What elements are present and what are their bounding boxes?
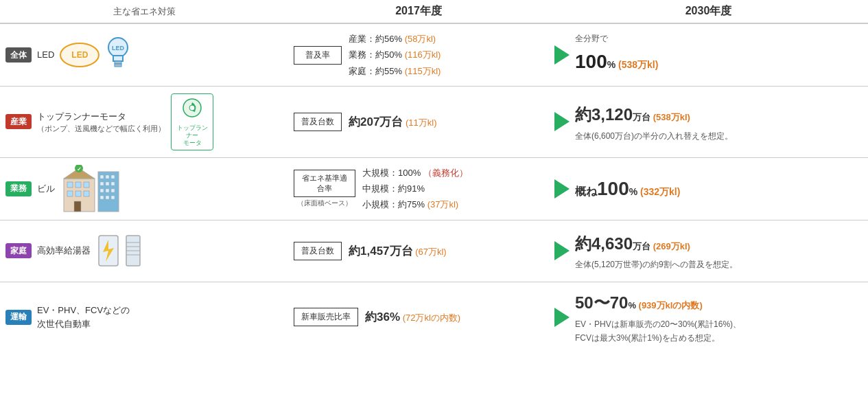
svg-rect-11 [84, 182, 89, 188]
svg-rect-15 [74, 201, 81, 212]
value-2030-all: 全分野で 100% (538万kl) [549, 24, 868, 86]
value-2030-text-transport: 50〜70% (939万klの内数) EV・PHVは新車販売の20〜30%(累計… [575, 289, 741, 346]
label-text-transport: EV・PHV、FCVなどの 次世代自動車 [37, 304, 130, 330]
box-label-industry: 普及台数 [294, 113, 342, 131]
svg-point-6 [189, 105, 195, 111]
svg-rect-9 [67, 182, 73, 188]
label-main-business: ビル [37, 182, 55, 196]
arrow-transport [554, 308, 570, 327]
svg-rect-3 [115, 64, 121, 67]
motor-icon: トップランナーモータ [171, 93, 213, 150]
led-bulb-icon: LED [104, 35, 132, 75]
value-2017-text-business: 大規模：100% （義務化） 中規模：約91% 小規模：約75% (37万kl) [362, 165, 468, 213]
svg-rect-24 [111, 182, 115, 185]
value-2030-industry: 約3,120万台 (538万kl) 全体(6,600万台)の半分の入れ替えを想定… [549, 87, 868, 157]
value-2017-text-all: 産業：約56% (58万kl) 業務：約50% (116万kl) 家庭：約55%… [349, 31, 441, 79]
svg-rect-20 [106, 175, 109, 179]
value-2030-text-industry: 約3,120万台 (538万kl) 全体(6,600万台)の半分の入れ替えを想定… [575, 101, 733, 143]
value-2030-text-home: 約4,630万台 (269万kl) 全体(5,120万世帯)の約9割への普及を想… [575, 230, 738, 272]
box-label-all: 普及率 [294, 46, 342, 65]
value-2030-text-business: 概ね100% (332万kl) [575, 172, 680, 205]
value-2030-home: 約4,630万台 (269万kl) 全体(5,120万世帯)の約9割への普及を想… [549, 220, 868, 282]
value-2017-industry: 普及台数 約207万台 (11万kl) [288, 87, 549, 157]
badge-all: 全体 [5, 47, 32, 63]
box-label-business-wrap: 省エネ基準適合率 （床面積ベース） [294, 170, 355, 208]
svg-text:LED: LED [112, 45, 125, 52]
led-oval-icon: LED [60, 43, 99, 67]
svg-rect-13 [75, 191, 81, 196]
arrow-all [554, 45, 570, 65]
header-col2: 2017年度 [288, 4, 549, 19]
svg-rect-30 [111, 196, 115, 199]
label-main-home: 高効率給湯器 [37, 244, 91, 258]
arrow-industry [554, 112, 570, 131]
arrow-home [554, 241, 570, 260]
svg-rect-21 [111, 175, 115, 179]
svg-rect-27 [111, 189, 115, 192]
svg-rect-22 [100, 182, 104, 185]
value-2017-text-transport: 約36% (72万klの内数) [365, 308, 460, 326]
svg-rect-23 [106, 182, 109, 185]
value-2030-transport: 50〜70% (939万klの内数) EV・PHVは新車販売の20〜30%(累計… [549, 282, 868, 352]
table-header: 主な省エネ対策 2017年度 2030年度 [0, 0, 868, 24]
box-label-transport: 新車販売比率 [294, 308, 358, 326]
row-transport: 運輸 EV・PHV、FCVなどの 次世代自動車 新車販売比率 約36% (72万… [0, 282, 868, 352]
label-cell-all: 全体 LED LED LED [0, 24, 288, 86]
svg-rect-2 [115, 61, 121, 64]
value-2017-text-home: 約1,457万台 (67万kl) [349, 242, 447, 260]
label-text-industry: トップランナーモータ （ポンプ、送風機などで幅広く利用） [37, 110, 165, 134]
value-2017-text-industry: 約207万台 (11万kl) [349, 113, 437, 131]
heater-icon [96, 233, 143, 269]
label-main-all: LED [37, 48, 54, 62]
label-cell-industry: 産業 トップランナーモータ （ポンプ、送風機などで幅広く利用） トップランナーモ… [0, 87, 288, 157]
label-cell-home: 家庭 高効率給湯器 [0, 220, 288, 282]
badge-transport: 運輸 [5, 310, 32, 325]
row-home: 家庭 高効率給湯器 普及台数 約1,457万台 (67万kl) [0, 220, 868, 282]
row-industry: 産業 トップランナーモータ （ポンプ、送風機などで幅広く利用） トップランナーモ… [0, 87, 868, 157]
value-2017-business: 省エネ基準適合率 （床面積ベース） 大規模：100% （義務化） 中規模：約91… [288, 158, 549, 220]
arrow-business [554, 179, 570, 199]
value-2030-text-all: 全分野で 100% (538万kl) [575, 32, 658, 78]
box-label-business: 省エネ基準適合率 [294, 170, 355, 197]
year-2017-label: 2017年度 [395, 5, 442, 16]
badge-home: 家庭 [5, 243, 32, 258]
svg-rect-26 [106, 189, 109, 192]
svg-rect-28 [100, 196, 104, 199]
year-2030-label: 2030年度 [685, 5, 732, 16]
header-col3: 2030年度 [549, 4, 868, 19]
value-2017-all: 普及率 産業：約56% (58万kl) 業務：約50% (116万kl) 家庭：… [288, 24, 549, 86]
led-icons: LED LED [60, 35, 132, 75]
label-cell-transport: 運輸 EV・PHV、FCVなどの 次世代自動車 [0, 282, 288, 352]
badge-industry: 産業 [5, 114, 32, 129]
svg-text:✓: ✓ [77, 166, 82, 172]
svg-rect-1 [113, 56, 123, 61]
value-2017-home: 普及台数 約1,457万台 (67万kl) [288, 220, 549, 282]
svg-rect-14 [84, 191, 89, 196]
svg-rect-10 [75, 182, 81, 188]
header-col1: 主な省エネ対策 [0, 5, 288, 18]
svg-rect-25 [100, 189, 104, 192]
row-business: 業務 ビル ✓ [0, 158, 868, 220]
svg-rect-29 [106, 196, 109, 199]
badge-business: 業務 [5, 181, 32, 196]
building-icon: ✓ [60, 165, 122, 213]
value-2017-transport: 新車販売比率 約36% (72万klの内数) [288, 282, 549, 352]
svg-rect-12 [67, 191, 73, 196]
value-2030-business: 概ね100% (332万kl) [549, 158, 868, 220]
svg-rect-19 [100, 175, 104, 179]
label-cell-business: 業務 ビル ✓ [0, 158, 288, 220]
box-label-home: 普及台数 [294, 242, 342, 260]
row-all: 全体 LED LED LED 普及率 産業：約56% (58万kl) 業務：約5… [0, 24, 868, 87]
